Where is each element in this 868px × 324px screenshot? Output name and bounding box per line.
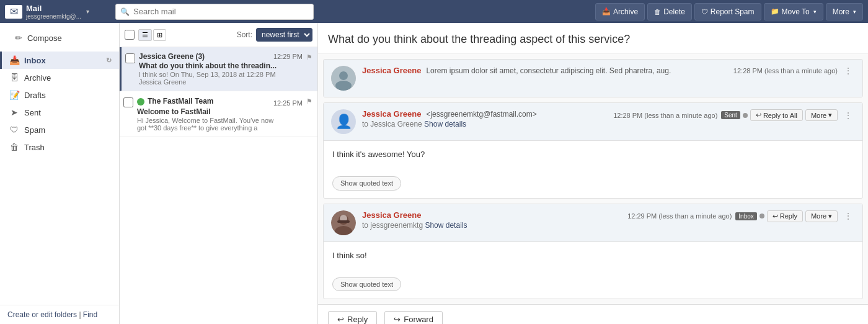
more-button-2[interactable]: More ▾ <box>805 109 838 121</box>
more-button[interactable]: More ▾ <box>826 3 863 20</box>
avatar-3 <box>331 210 356 235</box>
msg-to-line-2: to Jessica Greene Show details <box>362 120 607 128</box>
sidebar: ✏ Compose 📥 Inbox ↻ 🗄 Archive 📝 Drafts ➤… <box>0 23 120 324</box>
sidebar-item-archive[interactable]: 🗄 Archive <box>0 69 119 86</box>
svg-point-2 <box>335 81 352 91</box>
item-preview: I think so! On Thu, Sep 13, 2018 at 12:2… <box>139 71 303 78</box>
sidebar-item-drafts[interactable]: 📝 Drafts <box>0 86 119 104</box>
status-dot <box>137 98 144 106</box>
brand-email: jessgreenemktg@... <box>26 13 81 20</box>
sidebar-item-sent[interactable]: ➤ Sent <box>0 104 119 121</box>
sort-select[interactable]: newest first oldest first <box>256 28 312 42</box>
search-box: 🔍 <box>115 4 314 20</box>
shield-icon: 🛡 <box>701 8 708 16</box>
move-to-chevron-icon: ▾ <box>813 9 817 15</box>
msg-sender-name-3[interactable]: Jessica Greene <box>362 210 421 220</box>
report-spam-button[interactable]: 🛡 Report Spam <box>694 3 761 20</box>
detail-content: What do you think about the threading as… <box>318 23 868 324</box>
grid-view-button[interactable]: ⊞ <box>153 29 166 41</box>
sidebar-item-inbox[interactable]: 📥 Inbox ↻ <box>0 52 119 69</box>
sent-badge: Sent <box>721 111 740 119</box>
delete-button[interactable]: 🗑 Delete <box>647 3 692 20</box>
email-items: Jessica Greene (3) 12:29 PM What do you … <box>120 47 317 324</box>
list-toolbar: ☰ ⊞ Sort: newest first oldest first <box>120 23 317 47</box>
sidebar-item-spam[interactable]: 🛡 Spam <box>0 121 119 138</box>
item-subject: Welcome to FastMail <box>137 107 303 116</box>
compose-section: ✏ Compose <box>0 23 119 52</box>
inbox-badge: Inbox <box>735 212 756 220</box>
msg-preview-1: Lorem ipsum dolor sit amet, consectetur … <box>426 66 727 75</box>
topbar-actions: 📥 Archive 🗑 Delete 🛡 Report Spam 📁 Move … <box>595 3 863 20</box>
item-time: 12:29 PM <box>273 53 303 60</box>
reply-bar: ↩ Reply ↪ Forward <box>318 304 868 324</box>
message-header-1[interactable]: Jessica Greene Lorem ipsum dolor sit ame… <box>324 60 862 97</box>
message-header-3: Jessica Greene to jessgreenemktg Show de… <box>324 204 862 242</box>
msg-to-name-2: Jessica Greene <box>370 120 422 128</box>
search-icon: 🔍 <box>120 7 130 16</box>
sidebar-nav: 📥 Inbox ↻ 🗄 Archive 📝 Drafts ➤ Sent 🛡 Sp… <box>0 52 119 305</box>
email-item[interactable]: Jessica Greene (3) 12:29 PM What do you … <box>120 47 317 91</box>
more-button-3[interactable]: More ▾ <box>805 210 838 222</box>
message-body-3: I think so! Show quoted text <box>324 242 862 299</box>
email-checkbox[interactable] <box>125 53 135 63</box>
email-item[interactable]: The FastMail Team 12:25 PM Welcome to Fa… <box>120 91 317 137</box>
search-input[interactable] <box>115 4 314 20</box>
reply-button[interactable]: ↩ Reply <box>328 311 377 324</box>
inbox-icon: 📥 <box>9 55 19 65</box>
archive-icon: 📥 <box>602 7 611 16</box>
trash-nav-icon: 🗑 <box>9 142 19 152</box>
more-options-icon-1[interactable]: ⋮ <box>841 66 855 76</box>
reply-all-icon: ↩ <box>756 111 761 119</box>
avatar-1 <box>331 66 356 91</box>
reply-icon-3: ↩ <box>773 212 778 220</box>
msg-sender-name-1[interactable]: Jessica Greene <box>362 66 421 75</box>
item-preview: Hi Jessica, Welcome to FastMail. You've … <box>137 117 303 124</box>
flag-icon: ⚑ <box>306 97 312 106</box>
more-options-icon-2[interactable]: ⋮ <box>841 110 855 120</box>
msg-sender-name-2[interactable]: Jessica Greene <box>362 109 421 119</box>
topbar: Mail jessgreenemktg@... ▾ 🔍 📥 Archive 🗑 … <box>0 0 868 23</box>
view-toggle: ☰ ⊞ <box>138 29 166 41</box>
item-sub-preview: Jessica Greene <box>139 78 303 86</box>
avatar-2: 👤 <box>331 109 356 134</box>
forward-button[interactable]: ↪ Forward <box>384 311 443 324</box>
archive-button[interactable]: 📥 Archive <box>595 3 645 20</box>
mail-icon <box>5 5 22 19</box>
move-to-button[interactable]: 📁 Move To ▾ <box>764 3 823 20</box>
more-chevron-icon-2: ▾ <box>828 111 832 119</box>
reply-button-3[interactable]: ↩ Reply <box>767 210 803 222</box>
select-all-checkbox[interactable] <box>125 30 135 40</box>
item-sender: Jessica Greene (3) <box>139 52 205 61</box>
brand-logo[interactable]: Mail jessgreenemktg@... ▾ <box>5 4 110 20</box>
email-list-panel: ☰ ⊞ Sort: newest first oldest first Jess… <box>120 23 318 324</box>
item-sender: The FastMail Team <box>148 97 213 106</box>
sidebar-item-trash[interactable]: 🗑 Trash <box>0 138 119 156</box>
message-header-2: 👤 Jessica Greene <jessgreenemktg@fastmai… <box>324 103 862 141</box>
more-options-icon-3[interactable]: ⋮ <box>841 211 855 221</box>
create-folders-link[interactable]: Create or edit folders <box>7 310 77 319</box>
sidebar-footer: Create or edit folders | Find <box>0 305 119 324</box>
message-body-2: I think it's awesome! You? Show quoted t… <box>324 141 862 198</box>
reply-all-button-2[interactable]: ↩ Reply to All <box>750 109 803 121</box>
spam-icon: 🛡 <box>9 125 19 135</box>
message-card-1: Jessica Greene Lorem ipsum dolor sit ame… <box>323 59 863 97</box>
find-link[interactable]: Find <box>83 310 97 319</box>
item-subject: What do you think about the threadin... <box>139 61 303 70</box>
email-checkbox[interactable] <box>123 97 133 107</box>
more-chevron-icon: ▾ <box>853 9 856 15</box>
item-sub-preview: got **30 days free** to give everything … <box>137 124 303 132</box>
main-layout: ✏ Compose 📥 Inbox ↻ 🗄 Archive 📝 Drafts ➤… <box>0 23 868 324</box>
msg-time-1: 12:28 PM (less than a minute ago) <box>733 67 838 74</box>
email-detail: What do you think about the threading as… <box>318 23 868 324</box>
list-view-button[interactable]: ☰ <box>138 29 152 41</box>
compose-button[interactable]: ✏ Compose <box>7 29 112 47</box>
item-time: 12:25 PM <box>273 99 303 107</box>
show-quoted-btn-2[interactable]: Show quoted text <box>332 176 401 191</box>
show-details-link-2[interactable]: Show details <box>424 120 466 128</box>
message-card-3: Jessica Greene to jessgreenemktg Show de… <box>323 204 863 300</box>
sort-label: Sort: <box>237 30 252 39</box>
show-details-link-3[interactable]: Show details <box>425 221 467 230</box>
msg-time-2: 12:28 PM (less than a minute ago) <box>613 112 717 119</box>
flag-icon: ⚑ <box>306 53 312 61</box>
show-quoted-btn-3[interactable]: Show quoted text <box>332 277 401 292</box>
